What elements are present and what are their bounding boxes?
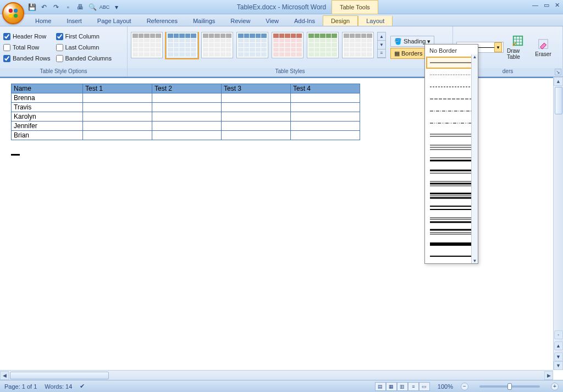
chk-banded-columns[interactable]: Banded Columns xyxy=(56,53,112,64)
scrollbar-thumb[interactable] xyxy=(10,372,109,379)
table-header-cell[interactable]: Test 3 xyxy=(222,84,291,93)
table-row[interactable]: Brenna xyxy=(12,93,360,103)
zoom-out-button[interactable]: − xyxy=(461,383,468,390)
table-cell[interactable] xyxy=(222,103,291,112)
table-cell[interactable]: Karolyn xyxy=(12,112,83,122)
save-icon[interactable]: 💾 xyxy=(27,3,36,12)
chk-banded-rows[interactable]: Banded Rows xyxy=(3,53,51,64)
table-style-item[interactable] xyxy=(307,32,339,58)
table-cell[interactable] xyxy=(83,131,152,140)
table-cell[interactable] xyxy=(291,103,360,112)
pen-style-option[interactable] xyxy=(426,57,477,69)
spellcheck-icon[interactable]: ABC xyxy=(100,3,109,12)
zoom-slider[interactable] xyxy=(479,385,540,388)
tab-home[interactable]: Home xyxy=(27,16,59,26)
pen-style-option[interactable] xyxy=(426,165,477,178)
outline-view-icon[interactable]: ≡ xyxy=(408,382,419,391)
pen-style-option[interactable] xyxy=(426,93,477,105)
tab-layout[interactable]: Layout xyxy=(358,16,393,26)
table-row[interactable]: Karolyn xyxy=(12,112,360,122)
scroll-right-icon[interactable]: ▶ xyxy=(544,371,553,380)
tab-references[interactable]: References xyxy=(139,16,185,26)
table-style-item[interactable] xyxy=(166,32,198,58)
pen-style-option[interactable] xyxy=(426,178,477,190)
chk-first-column[interactable]: First Column xyxy=(56,31,112,42)
table-cell[interactable] xyxy=(83,93,152,103)
close-icon[interactable]: ✕ xyxy=(555,2,560,9)
pen-style-option[interactable] xyxy=(426,202,477,214)
restore-icon[interactable]: ▭ xyxy=(544,2,549,9)
zoom-in-button[interactable]: + xyxy=(551,383,559,390)
pen-style-option[interactable] xyxy=(426,250,477,262)
pen-style-option[interactable] xyxy=(426,117,477,129)
draft-view-icon[interactable]: ▭ xyxy=(419,382,430,391)
qat-more-icon[interactable]: ▾ xyxy=(112,3,121,12)
table-cell[interactable] xyxy=(83,103,152,112)
pen-style-option[interactable] xyxy=(426,129,477,141)
select-browse-object-icon[interactable]: ◦ xyxy=(554,330,563,339)
tab-review[interactable]: Review xyxy=(223,16,258,26)
table-cell[interactable] xyxy=(83,122,152,131)
pen-style-option[interactable] xyxy=(426,153,477,165)
gallery-more[interactable]: ▲▼≡ xyxy=(377,32,386,58)
pen-style-option[interactable] xyxy=(426,190,477,202)
table-header-cell[interactable]: Test 1 xyxy=(83,84,152,93)
table-cell[interactable] xyxy=(291,93,360,103)
dialog-launcher-icon[interactable]: ↘ xyxy=(555,69,561,75)
table-cell[interactable] xyxy=(152,93,222,103)
table-cell[interactable] xyxy=(152,131,222,140)
chk-header-row[interactable]: Header Row xyxy=(3,31,51,42)
vertical-scrollbar[interactable]: ▲ ◦ ▲ ▼ ▼ xyxy=(553,77,563,370)
office-button[interactable] xyxy=(2,2,24,24)
web-layout-view-icon[interactable]: ▥ xyxy=(397,382,408,391)
tab-page-layout[interactable]: Page Layout xyxy=(90,16,139,26)
table-cell[interactable] xyxy=(152,112,222,122)
tab-addins[interactable]: Add-Ins xyxy=(286,16,323,26)
table-cell[interactable] xyxy=(222,131,291,140)
draw-table-button[interactable]: Draw Table xyxy=(507,35,529,60)
table-style-item[interactable] xyxy=(236,32,268,58)
chk-last-column[interactable]: Last Column xyxy=(56,42,112,53)
print-layout-view-icon[interactable]: ▤ xyxy=(375,382,386,391)
table-cell[interactable]: Brian xyxy=(12,131,83,140)
pen-style-option[interactable] xyxy=(426,226,477,238)
chk-total-row[interactable]: Total Row xyxy=(3,42,51,53)
table-style-item[interactable] xyxy=(201,32,233,58)
pen-style-option[interactable] xyxy=(426,81,477,93)
table-cell[interactable] xyxy=(152,122,222,131)
table-cell[interactable] xyxy=(291,122,360,131)
full-screen-view-icon[interactable]: ▦ xyxy=(386,382,397,391)
zoom-slider-knob[interactable] xyxy=(507,383,512,390)
scroll-down-icon[interactable]: ▼ xyxy=(554,361,563,370)
scroll-up-icon[interactable]: ▲ xyxy=(554,77,563,86)
next-page-icon[interactable]: ▼ xyxy=(554,352,563,361)
status-words[interactable]: Words: 14 xyxy=(45,383,72,390)
dropdown-header[interactable]: No Border xyxy=(426,46,477,57)
preview-icon[interactable]: 🔍 xyxy=(88,3,97,12)
print-icon[interactable]: 🖶 xyxy=(76,3,85,12)
scroll-left-icon[interactable]: ◀ xyxy=(0,371,9,380)
table-row[interactable]: Travis xyxy=(12,103,360,112)
status-page[interactable]: Page: 1 of 1 xyxy=(4,383,37,390)
table-cell[interactable]: Brenna xyxy=(12,93,83,103)
proofing-icon[interactable]: ✔ xyxy=(80,383,85,390)
table-header-cell[interactable]: Test 4 xyxy=(291,84,360,93)
table-row[interactable]: Brian xyxy=(12,131,360,140)
table-row[interactable]: Jennifer xyxy=(12,122,360,131)
horizontal-scrollbar[interactable]: ◀ ▶ xyxy=(0,370,553,380)
table-cell[interactable] xyxy=(291,131,360,140)
scrollbar-thumb[interactable] xyxy=(555,87,562,114)
table-cell[interactable] xyxy=(83,112,152,122)
table-cell[interactable]: Travis xyxy=(12,103,83,112)
table-style-item[interactable] xyxy=(342,32,374,58)
table-cell[interactable] xyxy=(152,103,222,112)
table-cell[interactable] xyxy=(222,122,291,131)
pen-style-option[interactable] xyxy=(426,238,477,250)
table-cell[interactable] xyxy=(222,112,291,122)
table-cell[interactable]: Jennifer xyxy=(12,122,83,131)
table-header-cell[interactable]: Test 2 xyxy=(152,84,222,93)
tab-design[interactable]: Design xyxy=(323,15,358,26)
pen-style-option[interactable] xyxy=(426,214,477,226)
table-style-item[interactable] xyxy=(272,32,303,58)
new-icon[interactable]: ▫ xyxy=(64,3,73,12)
